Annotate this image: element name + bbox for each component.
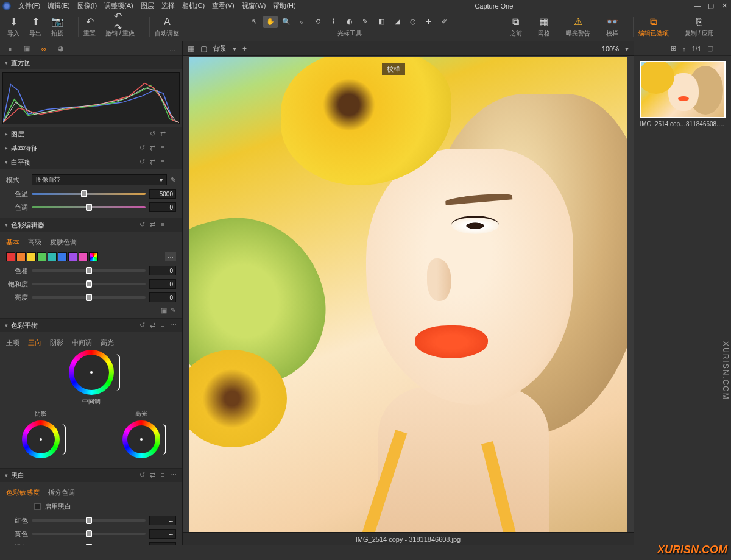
- layers-header[interactable]: ▸图层↺⇄⋯: [0, 127, 182, 141]
- swatch-magenta[interactable]: [79, 252, 88, 261]
- exposure-warning-button[interactable]: ⚠曝光警告: [566, 16, 590, 38]
- cb-wheel-highlight[interactable]: [122, 420, 160, 458]
- zoom-level[interactable]: 100%: [602, 45, 619, 52]
- reset-icon[interactable]: ↺: [138, 158, 146, 166]
- close-button[interactable]: ✕: [720, 2, 729, 10]
- reset-icon[interactable]: ↺: [138, 144, 146, 152]
- swatch-rainbow[interactable]: [89, 252, 98, 261]
- bw-yellow-slider[interactable]: [32, 533, 146, 535]
- menu-help[interactable]: 帮助(H): [269, 1, 299, 10]
- menu-edit[interactable]: 编辑(E): [44, 1, 74, 10]
- menu-icon[interactable]: ⋯: [169, 130, 177, 138]
- brush-tool[interactable]: ✎: [358, 16, 373, 28]
- menu-view[interactable]: 查看(V): [208, 1, 238, 10]
- sat-value[interactable]: 0: [149, 279, 176, 289]
- grid-button[interactable]: ▦网格: [538, 16, 550, 38]
- tab-color[interactable]: ◕: [56, 44, 66, 54]
- mask-icon[interactable]: ▣: [161, 307, 167, 314]
- menu-icon[interactable]: ⋯: [169, 471, 177, 480]
- bw-enable-checkbox[interactable]: 启用黑白: [6, 500, 176, 514]
- cb-tab-3way[interactable]: 三向: [28, 338, 41, 347]
- copy-apply-button[interactable]: ⎘复制 / 应用: [685, 16, 714, 38]
- wb-mode-select[interactable]: 图像自带▾: [32, 174, 167, 185]
- thumbnail[interactable]: [640, 61, 726, 118]
- minimize-button[interactable]: —: [693, 2, 702, 10]
- add-icon[interactable]: +: [242, 44, 247, 53]
- preset-icon[interactable]: ≡: [158, 471, 167, 480]
- cb-wheel-midtone-top[interactable]: [69, 350, 114, 395]
- bg-select[interactable]: 背景: [213, 44, 227, 53]
- before-button[interactable]: ⧉之前: [510, 16, 522, 38]
- cb-tab-high[interactable]: 高光: [101, 338, 114, 347]
- view-multi-icon[interactable]: ▦: [188, 44, 194, 53]
- picker-icon[interactable]: ✎: [171, 307, 176, 314]
- copy-icon[interactable]: ⇄: [148, 471, 157, 480]
- reset-button[interactable]: ↶重置: [83, 16, 96, 38]
- menu-icon[interactable]: ⋯: [719, 44, 726, 52]
- copy-icon[interactable]: ⇄: [148, 158, 157, 166]
- reset-icon[interactable]: ↺: [138, 471, 146, 480]
- maximize-button[interactable]: ▢: [707, 2, 715, 10]
- copy-icon[interactable]: ⇄: [148, 321, 157, 330]
- rating-icon[interactable]: ⊞: [671, 44, 676, 52]
- select-icon[interactable]: ▢: [707, 44, 713, 52]
- preset-icon[interactable]: ≡: [158, 158, 167, 166]
- preset-icon[interactable]: ≡: [158, 321, 167, 330]
- undo-redo-button[interactable]: ↶ ↷撤销 / 重做: [105, 16, 135, 38]
- capture-button[interactable]: 📷拍摄: [51, 16, 63, 38]
- eraser-tool[interactable]: ◧: [374, 16, 389, 28]
- kelvin-value[interactable]: 5000: [149, 189, 176, 199]
- export-button[interactable]: ⬆导出: [29, 16, 41, 38]
- cb-wheel-shadow[interactable]: [22, 420, 60, 458]
- menu-camera[interactable]: 相机(C): [178, 1, 208, 10]
- menu-window[interactable]: 视窗(W): [238, 1, 270, 10]
- ce-tab-basic[interactable]: 基本: [6, 238, 19, 247]
- light-slider[interactable]: [32, 296, 146, 299]
- swatch-purple[interactable]: [68, 252, 77, 261]
- swatch-green[interactable]: [37, 252, 46, 261]
- menu-icon[interactable]: ⋯: [169, 144, 177, 152]
- rotate-tool[interactable]: ⟲: [311, 16, 325, 28]
- hue-slider[interactable]: [32, 269, 146, 272]
- proof-button[interactable]: 👓校样: [606, 16, 618, 38]
- pointer-tool[interactable]: ↖: [247, 16, 262, 28]
- sat-slider[interactable]: [32, 283, 146, 285]
- bw-header[interactable]: ▾黑白↺⇄≡⋯: [0, 469, 182, 482]
- copy-icon[interactable]: ⇄: [148, 144, 157, 152]
- tab-library[interactable]: ∎: [5, 44, 15, 54]
- preset-icon[interactable]: ≡: [158, 144, 167, 152]
- ce-tab-advanced[interactable]: 高级: [28, 238, 41, 247]
- swatch-yellow[interactable]: [27, 252, 36, 261]
- bw-red-slider[interactable]: [32, 519, 146, 522]
- menu-layer[interactable]: 图层: [137, 1, 158, 10]
- copy-icon[interactable]: ⇄: [148, 221, 157, 229]
- ce-header[interactable]: ▾色彩编辑器↺⇄≡⋯: [0, 218, 182, 232]
- menu-icon[interactable]: ⋯: [169, 221, 177, 229]
- gradient-tool[interactable]: ◢: [390, 16, 404, 28]
- cb-header[interactable]: ▾色彩平衡↺⇄≡⋯: [0, 319, 182, 332]
- heal-tool[interactable]: ✚: [422, 16, 436, 28]
- chevron-down-icon[interactable]: ▾: [233, 44, 236, 53]
- tint-value[interactable]: 0: [149, 202, 176, 212]
- tab-more[interactable]: …: [168, 44, 177, 54]
- swatch-blue[interactable]: [58, 252, 67, 261]
- spot-tool[interactable]: ◐: [342, 16, 357, 28]
- wb-header[interactable]: ▾白平衡↺⇄≡⋯: [0, 155, 182, 169]
- basic-header[interactable]: ▸基本特征↺⇄≡⋯: [0, 141, 182, 155]
- ce-tab-skin[interactable]: 皮肤色调: [50, 238, 77, 247]
- light-value[interactable]: 0: [149, 292, 176, 302]
- image-canvas[interactable]: 校样: [183, 56, 634, 532]
- menu-adjust[interactable]: 调整项(A): [101, 1, 137, 10]
- menu-file[interactable]: 文件(F): [15, 1, 44, 10]
- radial-tool[interactable]: ◎: [406, 16, 420, 28]
- swatch-red[interactable]: [6, 252, 15, 261]
- bw-tab-split[interactable]: 拆分色调: [48, 488, 75, 497]
- tint-slider[interactable]: [32, 206, 146, 208]
- cb-tab-mid[interactable]: 中间调: [72, 338, 92, 347]
- reset-icon[interactable]: ↺: [138, 221, 146, 229]
- bw-tab-sensitivity[interactable]: 色彩敏感度: [6, 488, 40, 497]
- kelvin-slider[interactable]: [32, 193, 146, 195]
- swatch-cyan[interactable]: [48, 252, 57, 261]
- hue-value[interactable]: 0: [149, 266, 176, 275]
- edit-selected-button[interactable]: ⧉编辑已选项: [638, 16, 669, 38]
